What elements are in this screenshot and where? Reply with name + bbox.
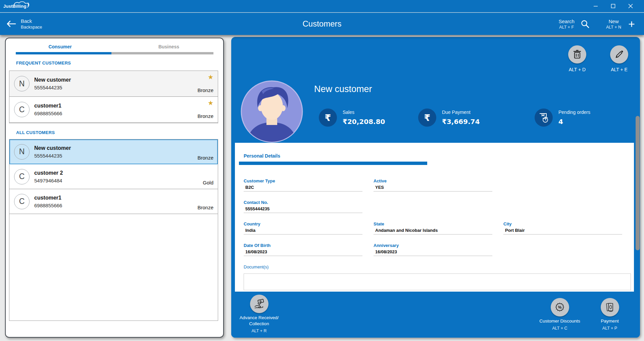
- footer-action-label: Advance Received/: [232, 315, 286, 321]
- footer-action-label: Collection: [232, 321, 286, 327]
- section-heading-all: ALL CUSTOMERS: [16, 130, 55, 135]
- field-customer-type: Customer Type B2C: [244, 178, 362, 191]
- edit-customer-button[interactable]: ALT + E: [607, 45, 632, 72]
- maximize-icon: [611, 4, 615, 8]
- star-icon: ★: [208, 73, 213, 81]
- customer-phone: 5555444235: [34, 153, 71, 159]
- cloud-icon: [12, 1, 32, 7]
- tab-personal-details[interactable]: Personal Details: [244, 153, 634, 159]
- list-item[interactable]: C customer1 6988855666 ★ Bronze: [9, 97, 218, 123]
- customer-phone: 5555444235: [34, 85, 71, 90]
- rupee-icon: ₹: [319, 109, 337, 127]
- customer-phone: 6988855666: [34, 111, 62, 116]
- stat-due-payment: ₹ Due Payment ₹3,669.74: [418, 109, 480, 127]
- maximize-button[interactable]: [604, 1, 622, 11]
- customer-detail-panel: ALT + D ALT + E: [231, 37, 640, 338]
- advance-received-button[interactable]: Advance Received/ Collection ALT + R: [232, 295, 286, 333]
- search-label: Search: [558, 18, 575, 25]
- customer-name: customer 2: [34, 170, 63, 176]
- stat-value: 4: [558, 118, 590, 126]
- tier-badge: Bronze: [197, 87, 213, 93]
- app-header: Back Backspace Customers Search ALT + F …: [0, 13, 644, 35]
- section-heading-frequent: FREQUENT CUSTOMERS: [16, 60, 71, 66]
- footer-action-label: Payment: [583, 318, 637, 324]
- avatar: C: [14, 102, 30, 117]
- window-titlebar: JustBilling: [0, 0, 644, 12]
- customer-type-tabs: Consumer Business: [6, 38, 223, 55]
- tab-business[interactable]: Business: [114, 44, 223, 49]
- avatar: C: [14, 169, 30, 184]
- delete-shortcut: ALT + D: [565, 67, 590, 72]
- field-country: Country India: [244, 221, 362, 235]
- new-label: New: [606, 18, 621, 25]
- tier-badge: Bronze: [197, 205, 213, 210]
- field-active: Active YES: [374, 178, 492, 191]
- personal-details-panel: Personal Details Customer Type B2C Activ…: [235, 143, 634, 296]
- close-icon: [628, 4, 633, 8]
- field-state: State Andaman and Nicobar Islands: [374, 221, 492, 235]
- list-item-selected[interactable]: N New customer 5555444235 Bronze: [9, 139, 218, 164]
- footer-action-label: Customer Discounts: [530, 318, 590, 324]
- star-icon: ★: [208, 99, 213, 107]
- minimize-icon: [593, 4, 598, 8]
- stat-value: ₹3,669.74: [442, 118, 480, 126]
- tier-badge: Gold: [203, 180, 213, 185]
- search-button[interactable]: [579, 18, 591, 30]
- plus-icon: +: [628, 19, 635, 29]
- footer-action-shortcut: ALT + C: [530, 326, 590, 331]
- tier-badge: Bronze: [197, 113, 213, 119]
- stat-pending-orders: Pending orders 4: [535, 109, 590, 127]
- documents-label: Document(s): [244, 264, 634, 269]
- payment-icon: [604, 302, 615, 313]
- customer-avatar-illustration: [240, 80, 303, 143]
- new-label-block: New ALT + N: [606, 18, 621, 30]
- list-item[interactable]: N New customer 5555444235 ★ Bronze: [9, 71, 218, 97]
- detail-customer-name: New customer: [314, 84, 372, 94]
- delete-customer-button[interactable]: ALT + D: [565, 45, 590, 72]
- tab-underline: [16, 52, 213, 54]
- new-shortcut: ALT + N: [606, 25, 621, 30]
- minimize-button[interactable]: [587, 1, 604, 11]
- svg-text:%: %: [558, 305, 562, 310]
- field-anniversary: Anniversary 16/08/2023: [374, 243, 492, 256]
- edit-shortcut: ALT + E: [607, 67, 632, 72]
- tier-badge: Bronze: [197, 155, 213, 161]
- stat-label: Sales: [343, 110, 385, 115]
- customer-list-panel: Consumer Business FREQUENT CUSTOMERS N N…: [5, 38, 224, 338]
- list-item[interactable]: C customer1 6988855666 Bronze: [9, 189, 218, 214]
- search-label-block: Search ALT + F: [558, 18, 575, 30]
- footer-action-shortcut: ALT + P: [583, 326, 637, 331]
- personal-details-underline: [239, 162, 427, 165]
- fields-grid: Customer Type B2C Active YES Contact No.…: [244, 178, 634, 256]
- customer-name: New customer: [34, 77, 71, 83]
- pencil-icon: [615, 50, 624, 59]
- detail-scrollbar[interactable]: [636, 116, 640, 250]
- stat-value: ₹20,208.80: [343, 118, 385, 126]
- tab-consumer[interactable]: Consumer: [6, 44, 114, 49]
- page-title: Customers: [0, 19, 644, 29]
- close-button[interactable]: [622, 1, 639, 11]
- field-city: City Port Blair: [503, 221, 622, 235]
- customer-discounts-button[interactable]: % Customer Discounts ALT + C: [530, 298, 590, 331]
- trash-icon: [573, 50, 582, 59]
- avatar: N: [14, 76, 30, 91]
- field-date-of-birth: Date Of Birth 16/08/2023: [244, 243, 362, 256]
- customer-name: customer1: [34, 103, 62, 109]
- customer-phone: 5497946484: [34, 178, 63, 183]
- avatar: C: [14, 194, 30, 209]
- customer-name: New customer: [34, 145, 71, 151]
- detail-footer-bar: Advance Received/ Collection ALT + R % C…: [231, 292, 640, 338]
- app-window: JustBilling Back Backspace: [0, 0, 644, 341]
- advance-received-icon: [254, 299, 264, 309]
- search-icon: [581, 19, 589, 28]
- all-customers-list: N New customer 5555444235 Bronze C custo…: [9, 139, 218, 321]
- avatar: N: [14, 144, 30, 160]
- new-button[interactable]: +: [626, 18, 637, 30]
- payment-button[interactable]: Payment ALT + P: [583, 298, 637, 331]
- field-contact-no: Contact No. 5555444235: [244, 200, 362, 213]
- stat-label: Pending orders: [558, 110, 590, 115]
- documents-dropzone[interactable]: [244, 273, 631, 290]
- stat-label: Due Payment: [442, 110, 480, 115]
- frequent-customers-list: N New customer 5555444235 ★ Bronze C cus…: [9, 71, 218, 123]
- list-item[interactable]: C customer 2 5497946484 Gold: [9, 164, 218, 189]
